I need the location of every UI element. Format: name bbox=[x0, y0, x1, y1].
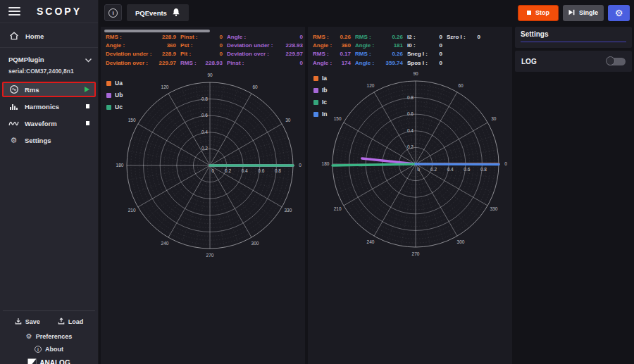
svg-text:120: 120 bbox=[161, 84, 169, 89]
gear-icon: ⚙ bbox=[615, 8, 623, 18]
svg-text:0: 0 bbox=[504, 161, 507, 166]
svg-text:210: 210 bbox=[334, 206, 342, 211]
tool-label: Settings bbox=[25, 137, 51, 144]
rms-current-panel: RMS :0.26Angle :360RMS :0.17Angle :174RM… bbox=[308, 27, 512, 364]
svg-text:0.4: 0.4 bbox=[242, 168, 248, 173]
svg-text:330: 330 bbox=[284, 208, 292, 213]
analog-devices-brand: ANALOG bbox=[0, 358, 98, 364]
svg-text:300: 300 bbox=[251, 241, 259, 246]
gear-icon: ⚙ bbox=[26, 333, 32, 340]
settings-title: Settings bbox=[521, 30, 626, 42]
stat-row: Angle :360 bbox=[106, 42, 176, 49]
sidebar-item-settings[interactable]: ⚙ Settings bbox=[2, 132, 96, 148]
legend-swatch bbox=[313, 100, 318, 105]
svg-text:0.8: 0.8 bbox=[275, 168, 281, 173]
svg-text:0.4: 0.4 bbox=[201, 130, 208, 134]
stat-row: Sneg I :0 bbox=[407, 51, 442, 57]
running-play-icon[interactable] bbox=[85, 87, 89, 92]
svg-text:180: 180 bbox=[322, 161, 330, 166]
load-icon bbox=[58, 318, 65, 326]
svg-text:150: 150 bbox=[128, 118, 136, 123]
toggle-knob bbox=[606, 56, 615, 65]
stat-row: Plt :0 bbox=[180, 51, 223, 57]
tool-label: Rms bbox=[25, 86, 39, 94]
voltage-polar-chart: 03060901201501802102402703003300.20.40.6… bbox=[115, 70, 305, 261]
tool-label: Waveform bbox=[25, 120, 57, 127]
stop-square-icon bbox=[527, 11, 531, 15]
home-label: Home bbox=[25, 32, 44, 40]
stopped-square-icon[interactable] bbox=[86, 104, 90, 108]
legend-swatch bbox=[313, 88, 318, 93]
save-button[interactable]: Save bbox=[12, 315, 43, 328]
stat-row: Pinst :0 bbox=[227, 60, 303, 66]
stat-row: RMS :228.93 bbox=[180, 60, 223, 66]
right-settings-column: Settings LOG bbox=[515, 27, 632, 364]
sidebar-item-home[interactable]: Home bbox=[0, 26, 98, 46]
divider bbox=[3, 310, 95, 311]
stat-row: RMS :228.9 bbox=[106, 34, 176, 40]
stat-row: I2 :0 bbox=[407, 34, 442, 40]
svg-text:30: 30 bbox=[285, 118, 291, 123]
svg-text:0.2: 0.2 bbox=[201, 146, 208, 151]
general-settings-button[interactable]: ⚙ bbox=[608, 5, 630, 21]
current-polar-chart: 03060901201501802102402703003300.20.40.6… bbox=[321, 69, 511, 259]
bell-icon bbox=[172, 8, 180, 18]
phasor-In bbox=[416, 164, 499, 165]
plugin-name: PQMPlugin bbox=[8, 56, 44, 63]
svg-text:60: 60 bbox=[458, 83, 464, 88]
horizontal-scrollbar[interactable] bbox=[104, 30, 210, 32]
svg-text:0.8: 0.8 bbox=[201, 96, 208, 101]
gear-icon: ⚙ bbox=[8, 137, 19, 144]
stat-row: Angle :174 bbox=[313, 60, 351, 66]
sidebar: SCOPY Home PQMPlugin serial:COM37,2400,8… bbox=[0, 0, 99, 364]
stat-row: Spos I :0 bbox=[407, 60, 442, 66]
sidebar-item-waveform[interactable]: Waveform bbox=[2, 115, 96, 131]
sidebar-item-rms[interactable]: Rms bbox=[2, 82, 96, 97]
single-run-icon bbox=[568, 9, 575, 17]
stat-row: Angle :181 bbox=[355, 42, 403, 49]
about-button[interactable]: i About bbox=[32, 344, 66, 355]
plugin-serial: serial:COM37,2400,8n1 bbox=[8, 68, 92, 75]
scopy-app: SCOPY Home PQMPlugin serial:COM37,2400,8… bbox=[0, 0, 634, 364]
stat-row: Szro I :0 bbox=[447, 34, 480, 40]
stat-row: Angle :359.74 bbox=[355, 60, 403, 66]
info-button[interactable]: i bbox=[104, 4, 122, 21]
load-button[interactable]: Load bbox=[55, 315, 87, 328]
stat-row: Pst :0 bbox=[180, 42, 223, 49]
stopped-square-icon[interactable] bbox=[86, 121, 90, 125]
sidebar-header: SCOPY bbox=[0, 0, 98, 23]
stat-row: Deviation over :229.97 bbox=[106, 60, 176, 66]
svg-text:0.8: 0.8 bbox=[407, 95, 414, 100]
stat-row: RMS :0.26 bbox=[313, 34, 351, 40]
sidebar-item-harmonics[interactable]: Harmonics bbox=[2, 99, 96, 114]
svg-text:180: 180 bbox=[116, 163, 124, 168]
tab-pqevents[interactable]: PQEvents bbox=[127, 4, 189, 21]
svg-text:150: 150 bbox=[334, 116, 342, 121]
legend-swatch bbox=[313, 112, 318, 117]
chevron-down-icon[interactable] bbox=[85, 53, 92, 65]
stat-row: RMS :0.26 bbox=[355, 34, 403, 40]
log-section: LOG bbox=[515, 51, 632, 72]
stat-row: Angle :0 bbox=[227, 34, 303, 40]
harmonics-icon bbox=[8, 102, 19, 111]
single-button[interactable]: Single bbox=[563, 5, 604, 21]
save-icon bbox=[15, 318, 22, 326]
legend-swatch bbox=[106, 105, 111, 110]
app-logo: SCOPY bbox=[27, 6, 91, 17]
sidebar-footer: Save Load ⚙ Preferences i About bbox=[0, 310, 98, 364]
plugin-header[interactable]: PQMPlugin serial:COM37,2400,8n1 bbox=[0, 47, 98, 77]
stat-row: Deviation under :228.93 bbox=[227, 42, 303, 49]
home-icon bbox=[8, 32, 19, 40]
stop-button[interactable]: Stop bbox=[518, 5, 559, 21]
svg-text:0.2: 0.2 bbox=[407, 144, 414, 149]
top-bar: i PQEvents Stop Single bbox=[99, 0, 634, 25]
svg-text:30: 30 bbox=[491, 116, 497, 121]
svg-text:0: 0 bbox=[299, 163, 302, 168]
preferences-button[interactable]: ⚙ Preferences bbox=[23, 331, 75, 342]
svg-text:240: 240 bbox=[367, 239, 375, 244]
info-icon: i bbox=[35, 346, 42, 353]
log-toggle[interactable] bbox=[607, 58, 626, 65]
stat-row: RMS :0.26 bbox=[355, 51, 403, 57]
log-label: LOG bbox=[521, 58, 537, 65]
menu-icon[interactable] bbox=[7, 6, 22, 18]
